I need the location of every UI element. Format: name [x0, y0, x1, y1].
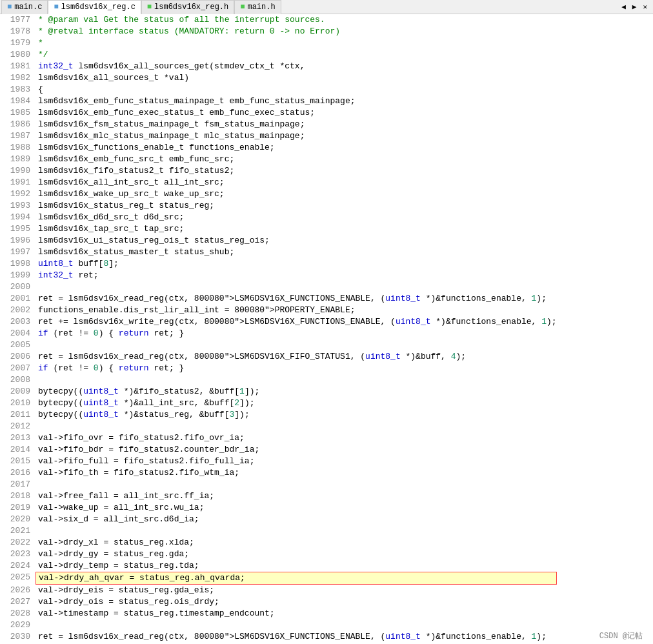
table-row: 1981int32_t lsm6dsv16x_all_sources_get(s…: [0, 61, 557, 72]
line-content: [35, 281, 557, 293]
table-row: 1985 lsm6dsv16x_emb_func_exec_status_t e…: [0, 107, 557, 119]
tab-icon-reg-c: ■: [54, 3, 58, 12]
table-row: 2020 val->six_d = all_int_src.d6d_ia;: [0, 514, 557, 525]
line-content: lsm6dsv16x_emb_func_src_t emb_func_src;: [35, 154, 557, 165]
line-content: [35, 339, 557, 351]
table-row: 1993 lsm6dsv16x_status_reg_t status_reg;: [0, 200, 557, 212]
line-number: 2011: [0, 409, 35, 421]
line-content: * @retval interface status (MANDATORY: r…: [35, 26, 557, 37]
line-number: 2018: [0, 490, 35, 502]
line-number: 2013: [0, 432, 35, 444]
table-row: 1978 * @retval interface status (MANDATO…: [0, 26, 557, 37]
tab-label-main-c: main.c: [14, 3, 42, 12]
tab-main-c[interactable]: ■ main.c: [1, 0, 48, 14]
line-content: lsm6dsv16x_all_sources_t *val): [35, 72, 557, 84]
line-content: bytecpy((uint8_t *)&status_reg, &buff[3]…: [35, 409, 557, 421]
line-content: if (ret != 0) { return ret; }: [35, 363, 557, 374]
line-content: val->timestamp = status_reg.timestamp_en…: [35, 608, 557, 619]
line-content: lsm6dsv16x_functions_enable_t functions_…: [35, 142, 557, 154]
line-number: 2025: [0, 572, 35, 585]
table-row: 2001 ret = lsm6dsv16x_read_reg(ctx, 8000…: [0, 293, 557, 305]
line-content: lsm6dsv16x_all_int_src_t all_int_src;: [35, 177, 557, 188]
line-content: [35, 374, 557, 386]
table-row: 1992 lsm6dsv16x_wake_up_src_t wake_up_sr…: [0, 188, 557, 200]
table-row: 2019 val->wake_up = all_int_src.wu_ia;: [0, 502, 557, 514]
line-content: bytecpy((uint8_t *)&fifo_status2, &buff[…: [35, 386, 557, 397]
table-row: 1980 */: [0, 49, 557, 61]
tab-label-reg-c: lsm6dsv16x_reg.c: [61, 3, 136, 12]
tab-scroll-left[interactable]: ◀: [619, 2, 628, 12]
table-row: 2013 val->fifo_ovr = fifo_status2.fifo_o…: [0, 432, 557, 444]
line-number: 1993: [0, 200, 35, 212]
line-content: lsm6dsv16x_status_reg_t status_reg;: [35, 200, 557, 212]
tab-close-btn[interactable]: ✕: [641, 2, 649, 12]
line-number: 2009: [0, 386, 35, 397]
tab-main-h[interactable]: ■ main.h: [234, 0, 281, 14]
line-number: 2014: [0, 444, 35, 456]
line-content: int32_t lsm6dsv16x_all_sources_get(stmde…: [35, 61, 557, 72]
line-content: lsm6dsv16x_ui_status_reg_ois_t status_re…: [35, 235, 557, 247]
table-row: 2024 val->drdy_temp = status_reg.tda;: [0, 560, 557, 572]
tab-label-main-h: main.h: [247, 3, 275, 12]
line-number: 2030: [0, 631, 35, 643]
line-number: 1977: [0, 14, 35, 26]
table-row: 1994 lsm6dsv16x_d6d_src_t d6d_src;: [0, 212, 557, 223]
table-row: 1999 int32_t ret;: [0, 270, 557, 281]
table-row: 1984 lsm6dsv16x_emb_func_status_mainpage…: [0, 96, 557, 107]
line-content: int32_t ret;: [35, 270, 557, 281]
tab-label-reg-h: lsm6dsv16x_reg.h: [154, 3, 228, 12]
table-row: 1987 lsm6dsv16x_mlc_status_mainpage_t ml…: [0, 130, 557, 142]
line-content: */: [35, 49, 557, 61]
line-content: if (ret != 0) { return ret; }: [35, 328, 557, 339]
table-row: 2011 bytecpy((uint8_t *)&status_reg, &bu…: [0, 409, 557, 421]
table-row: 2006 ret = lsm6dsv16x_read_reg(ctx, 8000…: [0, 351, 557, 363]
table-row: 1998 uint8_t buff[8];: [0, 258, 557, 270]
line-content: val->drdy_temp = status_reg.tda;: [35, 560, 557, 572]
line-content: ret += lsm6dsv16x_write_reg(ctx, 800080"…: [35, 316, 557, 328]
table-row: 1982 lsm6dsv16x_all_sources_t *val): [0, 72, 557, 84]
table-row: 1991 lsm6dsv16x_all_int_src_t all_int_sr…: [0, 177, 557, 188]
line-number: 1980: [0, 49, 35, 61]
table-row: 2028 val->timestamp = status_reg.timesta…: [0, 608, 557, 619]
table-row: 2005: [0, 339, 557, 351]
line-content: val->fifo_ovr = fifo_status2.fifo_ovr_ia…: [35, 432, 557, 444]
line-number: 2003: [0, 316, 35, 328]
table-row: 1989 lsm6dsv16x_emb_func_src_t emb_func_…: [0, 154, 557, 165]
line-content: val->drdy_ah_qvar = status_reg.ah_qvarda…: [35, 572, 557, 585]
table-row: 2008: [0, 374, 557, 386]
line-content: lsm6dsv16x_mlc_status_mainpage_t mlc_sta…: [35, 130, 557, 142]
line-content: [35, 525, 557, 537]
line-number: 1981: [0, 61, 35, 72]
line-content: val->six_d = all_int_src.d6d_ia;: [35, 514, 557, 525]
line-content: uint8_t buff[8];: [35, 258, 557, 270]
line-number: 2016: [0, 467, 35, 479]
line-number: 1982: [0, 72, 35, 84]
line-number: 2012: [0, 421, 35, 432]
table-row: 2015 val->fifo_full = fifo_status2.fifo_…: [0, 456, 557, 467]
line-number: 1998: [0, 258, 35, 270]
table-row: 1990 lsm6dsv16x_fifo_status2_t fifo_stat…: [0, 165, 557, 177]
table-row: 2017: [0, 479, 557, 490]
line-number: 2008: [0, 374, 35, 386]
line-number: 2010: [0, 397, 35, 409]
code-container[interactable]: 1977 * @param val Get the status of all …: [0, 14, 653, 644]
line-content: bytecpy((uint8_t *)&all_int_src, &buff[2…: [35, 397, 557, 409]
line-number: 2021: [0, 525, 35, 537]
line-content: lsm6dsv16x_d6d_src_t d6d_src;: [35, 212, 557, 223]
table-row: 2002 functions_enable.dis_rst_lir_all_in…: [0, 305, 557, 316]
line-content: val->drdy_gy = status_reg.gda;: [35, 548, 557, 560]
line-number: 1999: [0, 270, 35, 281]
tab-scroll-right[interactable]: ▶: [630, 2, 639, 12]
line-number: 1979: [0, 37, 35, 49]
line-content: val->wake_up = all_int_src.wu_ia;: [35, 502, 557, 514]
line-number: 2027: [0, 596, 35, 608]
table-row: 1997 lsm6dsv16x_status_master_t status_s…: [0, 247, 557, 258]
line-number: 1986: [0, 119, 35, 130]
line-content: functions_enable.dis_rst_lir_all_int = 8…: [35, 305, 557, 316]
table-row: 2012: [0, 421, 557, 432]
line-number: 2020: [0, 514, 35, 525]
table-row: 2007 if (ret != 0) { return ret; }: [0, 363, 557, 374]
tab-lsm6dsv16x-reg-h[interactable]: ■ lsm6dsv16x_reg.h: [141, 0, 234, 14]
table-row: 1977 * @param val Get the status of all …: [0, 14, 557, 26]
tab-lsm6dsv16x-reg-c[interactable]: ■ lsm6dsv16x_reg.c: [48, 0, 141, 14]
